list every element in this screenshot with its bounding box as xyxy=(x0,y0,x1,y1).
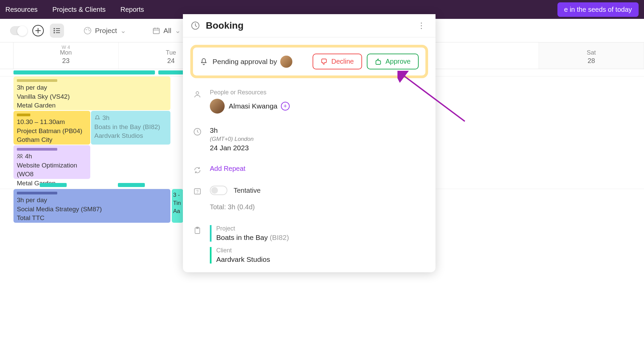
clock-icon xyxy=(191,21,200,30)
palette-icon xyxy=(84,27,92,35)
modal-title: Booking xyxy=(206,20,415,31)
annotation-arrow xyxy=(397,71,468,125)
view-toggle[interactable] xyxy=(10,26,26,35)
approver-avatar[interactable] xyxy=(280,56,292,68)
booking-client: Metal Garden xyxy=(17,101,167,110)
svg-point-11 xyxy=(18,154,20,156)
decline-button[interactable]: Decline xyxy=(313,54,362,69)
svg-rect-5 xyxy=(56,32,60,33)
svg-point-0 xyxy=(54,28,55,29)
svg-point-8 xyxy=(88,28,89,29)
bell-icon xyxy=(94,115,100,121)
chevron-down-icon: ⌄ xyxy=(175,27,181,35)
time-row: 3h (GMT+0) London 24 Jan 2023 xyxy=(183,123,436,155)
booking-line: Tin xyxy=(173,199,182,207)
nav-projects[interactable]: Projects & Clients xyxy=(53,6,106,13)
day-col-mon[interactable]: W 4 Mon 23 xyxy=(13,42,119,69)
calendar-icon xyxy=(153,27,160,34)
booking-website[interactable]: 4h Website Optimization (WO8 Metal Garde… xyxy=(13,145,90,179)
booking-duration: 3h per day xyxy=(17,83,167,92)
people-icon xyxy=(17,154,23,159)
pending-approval-text: Pending approval by xyxy=(213,58,277,66)
duration-value[interactable]: 3h xyxy=(210,126,426,134)
client-section[interactable]: Client Aardvark Studios xyxy=(210,247,426,264)
client-label: Client xyxy=(216,247,426,254)
nav-resources[interactable]: Resources xyxy=(5,6,38,13)
bell-icon xyxy=(200,58,208,66)
svg-rect-1 xyxy=(56,28,60,29)
svg-line-20 xyxy=(402,75,465,121)
plus-icon xyxy=(35,28,41,34)
thumbs-up-icon xyxy=(375,58,382,65)
clipboard-icon xyxy=(193,226,201,235)
booking-project: Social Media Strategy (SM87) xyxy=(17,205,167,214)
thumbs-down-icon xyxy=(321,58,328,65)
booking-duration: 3h xyxy=(102,114,109,123)
svg-text:?: ? xyxy=(196,189,199,194)
project-section[interactable]: Project Boats in the Bay (BI82) xyxy=(210,225,426,242)
booking-time: 10.30 – 11.30am xyxy=(17,118,87,127)
tentative-label: Tentative xyxy=(233,187,260,194)
svg-point-7 xyxy=(86,29,87,30)
booking-tin[interactable]: 3 - Tin Aa xyxy=(172,189,183,223)
booking-modal: Booking ⋮ Pending approval by Decline Ap… xyxy=(183,14,436,272)
booking-line: 3 - xyxy=(173,191,182,199)
booking-project: Boats in the Bay (BI82) xyxy=(94,123,167,132)
svg-point-12 xyxy=(20,154,22,156)
modal-menu-button[interactable]: ⋮ xyxy=(415,21,427,30)
booking-social[interactable]: 3h per day Social Media Strategy (SM87) … xyxy=(13,189,170,223)
chevron-down-icon: ⌄ xyxy=(120,27,126,35)
approve-button[interactable]: Approve xyxy=(367,54,419,69)
add-repeat-link[interactable]: Add Repeat xyxy=(210,165,246,172)
tentative-row: ? Tentative Total: 3h (0.4d) xyxy=(183,182,436,214)
week-label: W 4 xyxy=(62,44,70,50)
approval-banner: Pending approval by Decline Approve xyxy=(190,45,428,78)
repeat-icon xyxy=(193,166,201,174)
booking-boats[interactable]: 3h Boats in the Bay (BI82) Aardvark Stud… xyxy=(91,111,170,145)
nav-reports[interactable]: Reports xyxy=(120,6,144,13)
modal-header: Booking ⋮ xyxy=(183,14,436,37)
day-name: Sat xyxy=(539,49,644,56)
day-name: Mon xyxy=(13,49,118,56)
add-button[interactable] xyxy=(32,25,44,36)
project-name: Boats in the Bay xyxy=(216,234,268,241)
booking-vanilla-sky[interactable]: 3h per day Vanilla Sky (VS42) Metal Gard… xyxy=(13,76,170,110)
repeat-row: Add Repeat xyxy=(183,161,436,178)
svg-point-9 xyxy=(89,30,90,31)
day-col-sat[interactable]: Sat 28 xyxy=(539,42,644,69)
grouping-selector[interactable]: Project ⌄ xyxy=(84,27,126,35)
booking-duration: 4h xyxy=(25,152,32,161)
svg-rect-10 xyxy=(153,28,159,34)
approve-label: Approve xyxy=(386,58,411,65)
range-selector[interactable]: All ⌄ xyxy=(153,27,181,35)
project-label: Project xyxy=(216,225,426,232)
range-label: All xyxy=(163,27,171,35)
question-calendar-icon: ? xyxy=(193,187,201,195)
svg-point-2 xyxy=(54,30,55,31)
person-avatar[interactable] xyxy=(210,99,225,114)
promo-banner: e in the seeds of today xyxy=(557,2,639,17)
tentative-toggle[interactable] xyxy=(210,186,227,195)
client-name: Aardvark Studios xyxy=(216,255,426,264)
person-name: Almasi Kwanga xyxy=(229,102,278,110)
availability-strip xyxy=(158,70,185,74)
booking-line: Aa xyxy=(173,207,182,215)
date-text[interactable]: 24 Jan 2023 xyxy=(210,144,426,152)
booking-batman[interactable]: 10.30 – 11.30am Project Batman (PB04) Go… xyxy=(13,111,90,145)
availability-strip xyxy=(118,183,145,187)
clock-icon xyxy=(193,128,201,136)
svg-point-14 xyxy=(196,92,199,94)
booking-project: Website Optimization (WO8 xyxy=(17,161,87,179)
add-person-button[interactable]: + xyxy=(281,102,290,111)
booking-client: Total TTC xyxy=(17,214,167,223)
day-num: 23 xyxy=(13,57,118,65)
decline-label: Decline xyxy=(331,58,354,65)
list-view-button[interactable] xyxy=(50,24,64,38)
day-col-hidden3[interactable] xyxy=(434,42,539,69)
list-icon xyxy=(53,28,61,34)
day-num: 28 xyxy=(539,57,644,65)
booking-duration: 3h per day xyxy=(17,196,167,205)
booking-project: Vanilla Sky (VS42) xyxy=(17,92,167,101)
person-icon xyxy=(193,90,201,98)
grouping-label: Project xyxy=(95,27,117,35)
